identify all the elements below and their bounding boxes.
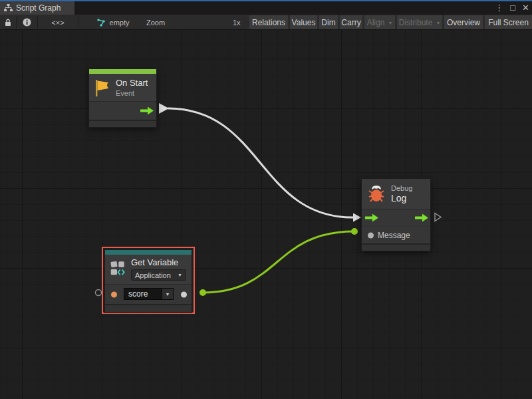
node-title: Log — [391, 193, 412, 203]
node-title: On Start — [116, 78, 148, 88]
graph-canvas[interactable] — [0, 30, 532, 399]
trigger-output-port[interactable] — [140, 106, 154, 115]
bug-icon — [367, 184, 386, 204]
script-graph-window: Script Graph ⋮ □ ✕ <×> — [0, 0, 532, 399]
variables-icon — [110, 257, 126, 280]
graph-hierarchy-icon — [4, 4, 13, 12]
variable-scope-dropdown[interactable]: Application ▼ — [131, 269, 186, 281]
align-label: Align — [367, 18, 385, 27]
zoom-label: Zoom — [146, 15, 165, 29]
chevron-down-icon: ▼ — [388, 21, 392, 25]
value-output-port[interactable] — [181, 291, 187, 297]
scope-value: Application — [135, 271, 171, 279]
node-debug-log[interactable]: Debug Log Message — [361, 178, 431, 251]
tab-title: Script Graph — [16, 3, 61, 13]
menu-icon[interactable]: ⋮ — [495, 1, 503, 15]
graph-breadcrumb[interactable]: empty — [85, 15, 141, 29]
graph-breadcrumb-label: empty — [110, 19, 130, 27]
tab-script-graph[interactable]: Script Graph — [0, 1, 74, 15]
lock-icon — [5, 19, 11, 27]
node-category: Debug — [391, 184, 412, 192]
maximize-icon[interactable]: □ — [510, 1, 515, 15]
chevron-down-icon: ▼ — [166, 292, 170, 297]
dim-button[interactable]: Dim — [319, 15, 338, 29]
info-button[interactable] — [17, 15, 37, 29]
variable-name-field[interactable]: score — [124, 288, 162, 300]
message-port-label: Message — [378, 231, 410, 240]
values-button[interactable]: Values — [290, 15, 317, 29]
zoom-value: 1x — [233, 15, 241, 29]
chevron-down-icon: ▼ — [178, 273, 182, 277]
carry-button[interactable]: Carry — [340, 15, 362, 29]
fullscreen-button[interactable]: Full Screen — [485, 15, 532, 29]
distribute-button[interactable]: Distribute ▼ — [397, 15, 442, 29]
flag-icon — [94, 78, 110, 97]
trigger-input-port[interactable] — [365, 213, 378, 222]
distribute-label: Distribute — [399, 18, 433, 27]
node-subtitle: Event — [116, 89, 148, 97]
variable-name-input-port[interactable] — [111, 291, 117, 297]
message-input-port[interactable] — [368, 232, 374, 238]
node-on-start[interactable]: On Start Event — [88, 68, 157, 128]
info-icon — [23, 18, 31, 27]
node-get-variable[interactable]: Get Variable Application ▼ score ▼ — [104, 249, 192, 313]
node-footer — [362, 243, 430, 251]
close-icon[interactable]: ✕ — [522, 1, 529, 15]
node-title: Get Variable — [131, 257, 186, 267]
variable-name-value: score — [128, 289, 148, 299]
variable-color-bar — [105, 250, 192, 255]
node-footer — [89, 120, 156, 127]
titlebar: Script Graph ⋮ □ ✕ — [0, 1, 532, 15]
trigger-exit-port[interactable] — [415, 213, 428, 222]
window-controls: ⋮ □ ✕ — [495, 1, 529, 15]
relations-button[interactable]: Relations — [249, 15, 288, 29]
graph-icon — [97, 19, 106, 27]
node-footer — [105, 304, 192, 313]
event-color-bar — [89, 69, 156, 74]
toolbar: <×> empty Zoom 1x Relations Values Dim C… — [0, 15, 532, 30]
variable-name-dropdown-button[interactable]: ▼ — [162, 288, 174, 300]
overview-button[interactable]: Overview — [444, 15, 483, 29]
code-preview-button[interactable]: <×> — [38, 15, 78, 29]
align-button[interactable]: Align ▼ — [364, 15, 395, 29]
lock-button[interactable] — [0, 15, 16, 29]
chevron-down-icon: ▼ — [436, 21, 440, 25]
